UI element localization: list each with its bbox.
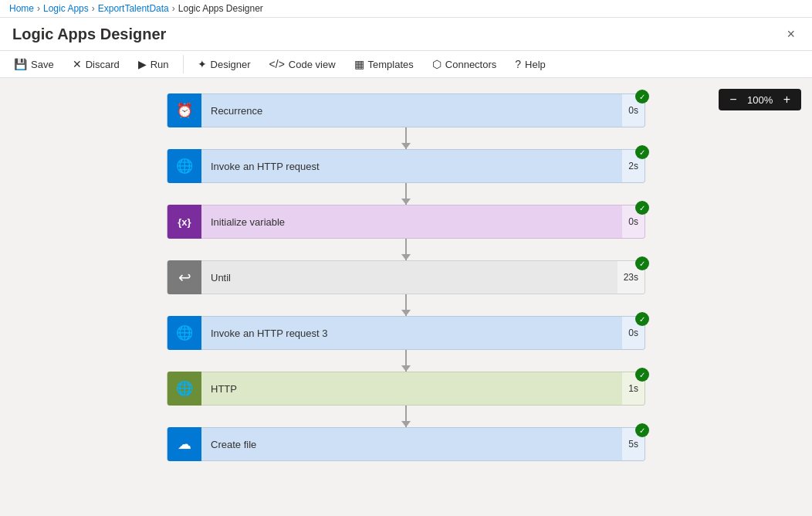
- zoom-out-button[interactable]: −: [725, 92, 741, 107]
- discard-button[interactable]: ✕ Discard: [65, 54, 127, 74]
- discard-icon: ✕: [73, 58, 82, 70]
- step-label-initialize-variable: Initialize variable: [201, 216, 622, 228]
- connectors-icon: ⬡: [432, 58, 442, 70]
- breadcrumb-home[interactable]: Home: [9, 3, 34, 14]
- zoom-level: 100%: [745, 94, 776, 106]
- close-button[interactable]: ×: [782, 24, 800, 44]
- breadcrumb-sep-2: ›: [92, 3, 95, 14]
- step-arrow-invoke-http: [405, 183, 407, 205]
- zoom-in-button[interactable]: +: [779, 92, 795, 107]
- step-arrow-until: [405, 294, 407, 316]
- canvas: ⏰Recurrence0s✓🌐Invoke an HTTP request2s✓…: [0, 78, 812, 503]
- step-icon-initialize-variable: {x}: [167, 205, 201, 239]
- designer-button[interactable]: ✦ Designer: [190, 54, 259, 74]
- help-icon: ?: [515, 58, 521, 70]
- step-invoke-http[interactable]: 🌐Invoke an HTTP request2s✓: [167, 149, 645, 183]
- toolbar: 💾 Save ✕ Discard ▶ Run ✦ Designer </> Co…: [0, 51, 812, 78]
- designer-icon: ✦: [198, 58, 207, 70]
- connectors-button[interactable]: ⬡ Connectors: [425, 54, 504, 74]
- toolbar-separator-1: [183, 55, 184, 73]
- step-icon-recurrence: ⏰: [167, 93, 201, 127]
- step-icon-until: ↩: [167, 260, 201, 294]
- templates-icon: ▦: [354, 58, 364, 70]
- step-check-invoke-http-3: ✓: [635, 312, 649, 326]
- breadcrumb-sep-1: ›: [37, 3, 40, 14]
- workflow: ⏰Recurrence0s✓🌐Invoke an HTTP request2s✓…: [167, 93, 645, 461]
- step-recurrence[interactable]: ⏰Recurrence0s✓: [167, 93, 645, 127]
- step-initialize-variable[interactable]: {x}Initialize variable0s✓: [167, 205, 645, 239]
- step-create-file[interactable]: ☁Create file5s✓: [167, 427, 645, 461]
- step-label-create-file: Create file: [201, 439, 622, 450]
- breadcrumb-export[interactable]: ExportTalentData: [98, 3, 169, 14]
- save-button[interactable]: 💾 Save: [6, 54, 62, 74]
- step-check-until: ✓: [635, 256, 649, 270]
- step-http[interactable]: 🌐HTTP1s✓: [167, 372, 645, 406]
- step-icon-invoke-http: 🌐: [167, 149, 201, 183]
- step-check-create-file: ✓: [635, 423, 649, 437]
- run-icon: ▶: [138, 58, 147, 70]
- step-label-invoke-http-3: Invoke an HTTP request 3: [201, 328, 622, 339]
- breadcrumb: Home › Logic Apps › ExportTalentData › L…: [9, 3, 263, 14]
- canvas-main: ⏰Recurrence0s✓🌐Invoke an HTTP request2s✓…: [0, 78, 812, 503]
- title-bar: Logic Apps Designer ×: [0, 18, 812, 51]
- step-invoke-http-3[interactable]: 🌐Invoke an HTTP request 30s✓: [167, 316, 645, 350]
- breadcrumb-sep-3: ›: [172, 3, 175, 14]
- help-button[interactable]: ? Help: [507, 54, 553, 74]
- top-bar: Home › Logic Apps › ExportTalentData › L…: [0, 0, 812, 18]
- step-icon-invoke-http-3: 🌐: [167, 316, 201, 350]
- step-until[interactable]: ↩Until23s✓: [167, 260, 645, 294]
- step-arrow-recurrence: [405, 127, 407, 149]
- save-icon: 💾: [14, 58, 27, 70]
- step-arrow-invoke-http-3: [405, 350, 407, 372]
- code-view-button[interactable]: </> Code view: [262, 54, 343, 74]
- step-check-recurrence: ✓: [635, 90, 649, 104]
- step-label-http: HTTP: [201, 383, 622, 395]
- code-icon: </>: [269, 58, 285, 70]
- templates-button[interactable]: ▦ Templates: [347, 54, 421, 74]
- step-label-recurrence: Recurrence: [201, 105, 622, 117]
- step-arrow-initialize-variable: [405, 239, 407, 260]
- step-label-until: Until: [201, 272, 617, 283]
- breadcrumb-logicapps[interactable]: Logic Apps: [43, 3, 89, 14]
- step-check-initialize-variable: ✓: [635, 201, 649, 215]
- breadcrumb-current: Logic Apps Designer: [178, 3, 263, 14]
- step-check-invoke-http: ✓: [635, 145, 649, 159]
- step-label-invoke-http: Invoke an HTTP request: [201, 161, 622, 172]
- page-title: Logic Apps Designer: [12, 25, 166, 43]
- step-check-http: ✓: [635, 368, 649, 382]
- step-icon-http: 🌐: [167, 372, 201, 406]
- step-icon-create-file: ☁: [167, 427, 201, 461]
- step-arrow-http: [405, 406, 407, 427]
- run-button[interactable]: ▶ Run: [130, 54, 177, 74]
- zoom-panel: − 100% +: [719, 89, 801, 110]
